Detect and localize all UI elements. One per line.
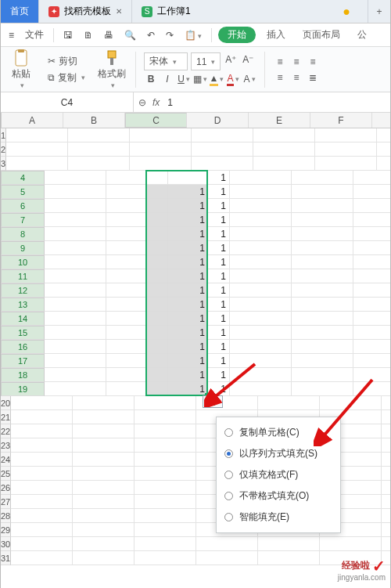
cell[interactable]: [135, 438, 196, 453]
row-header[interactable]: 2: [1, 142, 6, 157]
cell[interactable]: [106, 199, 168, 213]
cell[interactable]: 1: [168, 255, 230, 269]
column-header[interactable]: C: [125, 113, 187, 128]
print-icon[interactable]: 🖶: [101, 28, 117, 42]
cell[interactable]: [196, 551, 258, 565]
fill-color-button[interactable]: ▲: [210, 72, 224, 86]
cell[interactable]: [196, 537, 258, 551]
bold-button[interactable]: B: [144, 72, 158, 86]
ribbon-tab-insert[interactable]: 插入: [260, 27, 292, 43]
font-color-button[interactable]: A: [226, 72, 240, 86]
zoom-out-icon[interactable]: ⊖: [138, 97, 146, 108]
save-icon[interactable]: 🖫: [60, 28, 76, 42]
cell[interactable]: [135, 424, 196, 438]
cell[interactable]: [73, 551, 135, 565]
row-header[interactable]: 12: [1, 283, 45, 298]
cell[interactable]: [45, 213, 106, 227]
cell[interactable]: [230, 382, 292, 396]
row-header[interactable]: 10: [1, 255, 45, 269]
cell[interactable]: [353, 283, 391, 298]
cell[interactable]: [292, 171, 353, 185]
row-header[interactable]: 23: [1, 438, 11, 453]
row-header[interactable]: 3: [1, 157, 6, 171]
cell[interactable]: [230, 298, 292, 312]
column-header[interactable]: G: [372, 113, 391, 128]
row-header[interactable]: 19: [1, 382, 45, 396]
cell[interactable]: [292, 283, 353, 298]
cell[interactable]: [45, 382, 106, 396]
cell[interactable]: [292, 185, 353, 199]
cell[interactable]: [382, 481, 391, 495]
cell[interactable]: [353, 382, 391, 396]
cell[interactable]: 1: [168, 213, 230, 227]
cell[interactable]: [135, 467, 196, 481]
cell[interactable]: [68, 142, 130, 157]
cell[interactable]: [45, 185, 106, 199]
cell[interactable]: [230, 340, 292, 354]
cell[interactable]: 1: [168, 227, 230, 241]
cell[interactable]: [106, 354, 168, 368]
cell[interactable]: [292, 227, 353, 241]
cell[interactable]: [73, 424, 135, 438]
align-left-icon[interactable]: ≡: [273, 70, 287, 85]
cell[interactable]: [45, 340, 106, 354]
cell[interactable]: [73, 438, 135, 453]
column-header[interactable]: E: [249, 113, 310, 128]
italic-button[interactable]: I: [160, 72, 174, 86]
column-header[interactable]: B: [63, 113, 125, 128]
cell[interactable]: [130, 128, 192, 142]
align-middle-icon[interactable]: ≡: [289, 55, 303, 69]
menu-dropdown-icon[interactable]: ≡: [5, 28, 17, 42]
cell[interactable]: [292, 340, 353, 354]
cell[interactable]: [192, 157, 253, 171]
cell[interactable]: [11, 396, 73, 410]
cell[interactable]: [45, 171, 106, 185]
cell[interactable]: [353, 269, 391, 283]
row-header[interactable]: 11: [1, 269, 45, 283]
cell[interactable]: [230, 255, 292, 269]
name-box[interactable]: C4: [1, 92, 134, 112]
cell[interactable]: [382, 453, 391, 467]
cell[interactable]: [45, 199, 106, 213]
decrease-font-icon[interactable]: A⁻: [241, 52, 255, 67]
row-header[interactable]: 16: [1, 340, 45, 354]
column-header[interactable]: D: [187, 113, 249, 128]
row-header[interactable]: 27: [1, 495, 11, 509]
cell[interactable]: [353, 312, 391, 326]
cell[interactable]: [135, 551, 196, 565]
cell[interactable]: [73, 537, 135, 551]
underline-button[interactable]: U: [177, 72, 191, 86]
row-header[interactable]: 20: [1, 396, 11, 410]
cell[interactable]: [382, 467, 391, 481]
cell[interactable]: [73, 410, 135, 424]
cell[interactable]: [106, 227, 168, 241]
cell[interactable]: 1: [168, 354, 230, 368]
cell[interactable]: [135, 509, 196, 523]
cell[interactable]: [106, 185, 168, 199]
row-header[interactable]: 17: [1, 354, 45, 368]
cell[interactable]: [135, 495, 196, 509]
ribbon-tab-formula[interactable]: 公: [351, 27, 373, 43]
cell[interactable]: [45, 269, 106, 283]
cell[interactable]: 1: [168, 199, 230, 213]
cell[interactable]: [382, 410, 391, 424]
cell[interactable]: [106, 213, 168, 227]
cell[interactable]: [292, 255, 353, 269]
cell[interactable]: [45, 227, 106, 241]
cell[interactable]: 1: [168, 241, 230, 255]
tab-template[interactable]: ✦ 找稻壳模板 ✕: [39, 0, 132, 23]
cell[interactable]: [6, 157, 68, 171]
cell[interactable]: [292, 326, 353, 340]
menu-copy-cells[interactable]: 复制单元格(C): [217, 422, 340, 443]
cell[interactable]: [353, 368, 391, 382]
cell[interactable]: [45, 312, 106, 326]
cell[interactable]: [73, 509, 135, 523]
cell[interactable]: [73, 467, 135, 481]
cell[interactable]: [230, 326, 292, 340]
cell[interactable]: [106, 368, 168, 382]
cell[interactable]: [45, 241, 106, 255]
close-icon[interactable]: ✕: [116, 7, 122, 16]
row-header[interactable]: 30: [1, 537, 11, 551]
cell[interactable]: 1: [168, 298, 230, 312]
row-header[interactable]: 1: [1, 128, 6, 142]
